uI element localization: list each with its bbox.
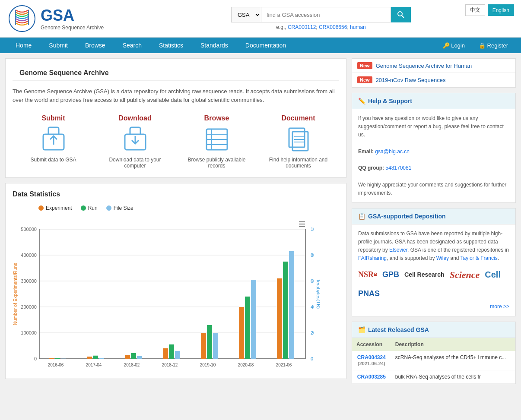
svg-rect-45	[93, 356, 98, 359]
nav-search[interactable]: Search	[114, 38, 150, 53]
nav-home[interactable]: Home	[7, 38, 40, 53]
svg-point-3	[398, 12, 402, 16]
language-switcher: 中文 English	[465, 4, 514, 16]
svg-rect-64	[277, 278, 282, 359]
svg-text:2018-12: 2018-12	[162, 363, 178, 367]
action-document[interactable]: Document Find help information and docum…	[262, 114, 335, 169]
search-button[interactable]	[391, 7, 411, 22]
elsevier-link[interactable]: Elsevier	[389, 247, 407, 253]
hint-link-2[interactable]: CRX006656	[319, 24, 347, 30]
news-link-1[interactable]: Genome Sequence Archive for Human	[376, 63, 472, 69]
register-link[interactable]: 🔒 Register	[473, 39, 514, 52]
nav-submit[interactable]: Submit	[40, 38, 76, 53]
journal-nsr: NSR🏛	[358, 268, 377, 281]
svg-rect-62	[251, 280, 256, 359]
news-link-2[interactable]: 2019-nCov Raw Sequences	[376, 77, 446, 83]
help-box: ✏️ Help & Support If you have any questi…	[352, 93, 516, 203]
search-type-select[interactable]: GSA HRA	[231, 7, 261, 22]
chart-legend: Experiment Run File Size	[13, 205, 339, 211]
svg-text:4000: 4000	[311, 304, 314, 309]
action-browse[interactable]: Browse Browse publicly available records	[180, 114, 254, 169]
accession-link-1[interactable]: CRA004324	[357, 354, 386, 360]
accession-date-1: (2021-06-24)	[358, 361, 385, 366]
svg-rect-53	[169, 344, 174, 359]
journal-pnas: PNAS	[358, 287, 380, 300]
gsa-description: The Genome Sequence Archive (GSA) is a d…	[13, 87, 339, 104]
right-column: New Genome Sequence Archive for Human Ne…	[352, 58, 516, 384]
nav-standards[interactable]: Standards	[192, 38, 237, 53]
taylor-link[interactable]: Taylor & Francis	[461, 255, 498, 261]
svg-rect-54	[175, 351, 180, 359]
journal-science: Science	[450, 267, 480, 282]
action-grid: Submit Submit data to GSA Download	[13, 111, 339, 172]
svg-text:400000: 400000	[21, 253, 37, 258]
new-badge-1: New	[357, 62, 372, 69]
latest-table: Accession Description CRA004324 (2021-06…	[352, 338, 515, 384]
main-nav: Home Submit Browse Search Statistics Sta…	[0, 38, 521, 53]
svg-rect-46	[99, 358, 104, 359]
chart-svg: 0 100000 200000 300000 400000 500000	[20, 216, 314, 372]
document-desc: Find help information and documents	[262, 157, 335, 169]
lang-zh-button[interactable]: 中文	[465, 4, 485, 16]
gsa-logo	[7, 3, 37, 34]
logo-area: GSA Genome Sequence Archive	[7, 3, 128, 34]
main-layout: Genome Sequence Archive The Genome Seque…	[0, 53, 521, 389]
svg-text:0: 0	[311, 356, 313, 361]
search-area: GSA HRA e.g., CRA000112; CRX006656; huma…	[128, 7, 514, 30]
journal-cell: Cell	[485, 268, 501, 281]
left-column: Genome Sequence Archive The Genome Seque…	[5, 58, 346, 384]
svg-rect-52	[163, 348, 168, 359]
search-icon	[397, 11, 405, 19]
svg-text:2020-08: 2020-08	[238, 363, 254, 367]
nav-statistics[interactable]: Statistics	[150, 38, 192, 53]
help-description: If you have any question or would like t…	[358, 114, 509, 139]
svg-text:2017-04: 2017-04	[86, 363, 102, 367]
deposition-icon: 📋	[358, 213, 365, 220]
more-link[interactable]: more >>	[358, 303, 509, 311]
stats-box: Data Statistics Experiment Run File Size	[5, 183, 346, 379]
hint-link-3[interactable]: human	[350, 24, 366, 30]
gsa-description-body: Genome Sequence Archive The Genome Seque…	[6, 59, 346, 177]
email-link[interactable]: gsa@big.ac.cn	[375, 148, 410, 155]
latest-icon: 🗂️	[358, 326, 365, 333]
svg-line-4	[402, 16, 404, 18]
legend-filesize-label: File Size	[114, 205, 133, 211]
gsa-description-box: Genome Sequence Archive The Genome Seque…	[5, 58, 346, 178]
experiment-dot	[38, 205, 44, 211]
y-axis-left-label: Number of Experiments/Runs	[13, 263, 18, 325]
svg-text:2018-02: 2018-02	[124, 363, 140, 367]
browse-icon	[203, 126, 231, 153]
svg-rect-56	[201, 333, 206, 359]
journal-gpb: GPB	[382, 268, 399, 281]
desc-2: bulk RNA-Seq analyses of the cells fr	[391, 370, 515, 383]
fairsharing-link[interactable]: FAIRsharing	[358, 255, 387, 261]
logo-subtitle: Genome Sequence Archive	[41, 25, 104, 31]
browse-label: Browse	[204, 114, 229, 122]
legend-run: Run	[81, 205, 98, 211]
hint-link-1[interactable]: CRA000112	[288, 24, 316, 30]
svg-rect-50	[137, 356, 142, 359]
accession-1: CRA004324 (2021-06-24)	[352, 351, 391, 370]
action-download[interactable]: Download Download data to your computer	[98, 114, 172, 169]
deposition-body: Data submissions to GSA have been report…	[352, 224, 515, 316]
lang-en-button[interactable]: English	[488, 4, 514, 16]
wiley-link[interactable]: Wiley	[436, 255, 449, 261]
help-title: Help & Support	[368, 98, 412, 104]
news-item-2: New 2019-nCov Raw Sequences	[352, 73, 515, 87]
accession-link-2[interactable]: CRA003285	[357, 374, 386, 380]
legend-experiment: Experiment	[38, 205, 72, 211]
download-icon	[121, 126, 149, 153]
search-input[interactable]	[261, 7, 391, 22]
svg-text:8000: 8000	[311, 253, 314, 258]
svg-text:2019-10: 2019-10	[200, 363, 216, 367]
qq-label: QQ group:	[358, 165, 385, 171]
nav-browse[interactable]: Browse	[76, 38, 114, 53]
chart-area: Number of Experiments/Runs 0 100000 2000…	[13, 216, 339, 372]
svg-rect-57	[207, 325, 212, 359]
login-link[interactable]: 🔑 Login	[437, 39, 471, 52]
action-submit[interactable]: Submit Submit data to GSA	[17, 114, 90, 169]
email-label: Email:	[358, 148, 375, 155]
nav-documentation[interactable]: Documentation	[237, 38, 295, 53]
svg-text:6000: 6000	[311, 278, 314, 284]
qq-link[interactable]: 548170081	[385, 165, 411, 171]
